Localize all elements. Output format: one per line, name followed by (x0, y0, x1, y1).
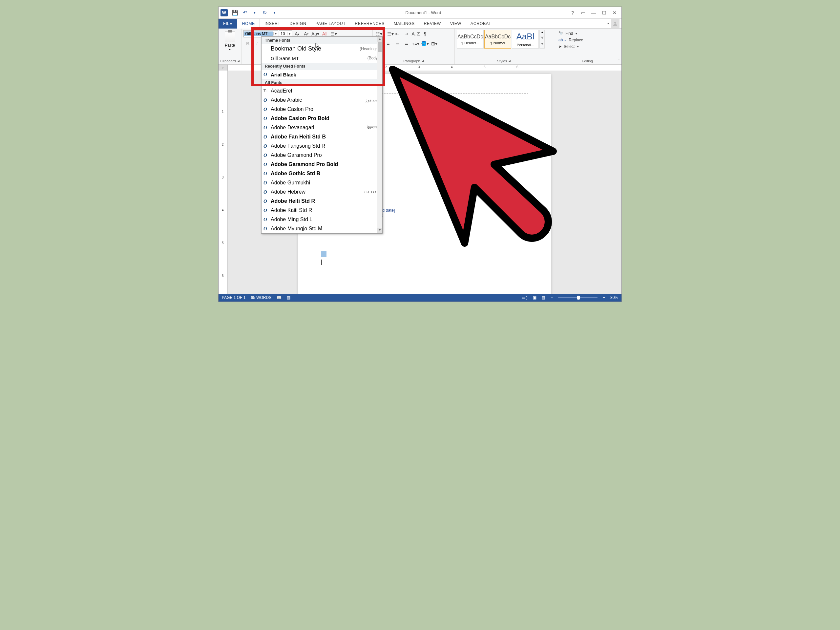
font-option[interactable]: OAdobe Hebrewאבגד הוז (262, 187, 382, 197)
collapse-ribbon-button[interactable]: ˆ (618, 58, 619, 63)
tab-acrobat[interactable]: ACROBAT (466, 19, 496, 28)
sort-button[interactable]: A↓Z (412, 30, 420, 38)
tab-file[interactable]: FILE (218, 19, 237, 28)
minimize-button[interactable]: — (589, 8, 598, 17)
tab-view[interactable]: VIEW (445, 19, 466, 28)
editing-group-label: Editing (582, 59, 593, 63)
save-button[interactable]: 💾 (231, 8, 240, 17)
font-option[interactable]: OAdobe Kaiti Std R (262, 206, 382, 215)
font-option[interactable]: OAdobe Garamond Pro (262, 151, 382, 160)
tab-mailings[interactable]: MAILINGS (389, 19, 419, 28)
tab-insert[interactable]: INSERT (260, 19, 285, 28)
style-preview: AaBbCcDc (485, 34, 510, 40)
align-right-button[interactable]: ☰ (393, 40, 402, 47)
justify-button[interactable]: ≣ (402, 40, 411, 47)
font-option[interactable]: OAdobe Devanagariदेवनागरी (262, 123, 382, 132)
opentype-icon: O (264, 144, 267, 149)
font-option[interactable]: OAdobe Heiti Std R (262, 197, 382, 206)
select-button[interactable]: ➤Select▼ (557, 44, 584, 49)
font-option[interactable]: OAdobe Ming Std L (262, 215, 382, 224)
undo-dropdown[interactable]: ▼ (250, 8, 259, 17)
style-normal[interactable]: AaBbCcDc ¶ Normal (484, 30, 511, 49)
find-button[interactable]: 🔭Find▼ (557, 30, 584, 36)
proofing-icon[interactable]: 📖 (276, 295, 281, 300)
font-option[interactable]: OAdobe Garamond Pro Bold (262, 160, 382, 169)
font-option[interactable]: OAdobe Fangsong Std R (262, 141, 382, 151)
styles-launcher[interactable]: ◢ (508, 59, 510, 63)
ribbon-display-options[interactable]: ▭ (578, 8, 588, 17)
close-button[interactable]: ✕ (609, 8, 619, 17)
font-option[interactable]: OAdobe Gothic Std B (262, 169, 382, 178)
tab-review[interactable]: REVIEW (419, 19, 445, 28)
qat-customize[interactable]: ▾ (270, 8, 279, 17)
replace-icon: ab↔ (559, 38, 567, 42)
vertical-ruler[interactable]: 1 2 3 4 5 6 (218, 71, 228, 294)
line-spacing-button[interactable]: ↕≡▾ (412, 40, 420, 47)
zoom-in-button[interactable]: + (603, 295, 605, 300)
bold-button[interactable]: B (243, 40, 252, 47)
multilevel-button[interactable]: ⋮☰▾ (384, 30, 392, 38)
zoom-level[interactable]: 80% (610, 295, 618, 300)
zoom-slider[interactable] (558, 297, 597, 298)
font-name-input[interactable] (244, 32, 273, 36)
opentype-icon: O (264, 171, 267, 177)
styles-expand[interactable]: ▾ (540, 42, 544, 48)
show-marks-button[interactable]: ¶ (421, 30, 429, 38)
paragraph-launcher[interactable]: ◢ (422, 59, 424, 63)
increase-indent-button[interactable]: ⇥ (402, 30, 411, 38)
undo-button[interactable]: ↶ (240, 8, 249, 17)
font-option-bookman[interactable]: Bookman Old Style(Headings) (262, 44, 382, 54)
font-option[interactable]: OAdobe Gurmukhi (262, 178, 382, 187)
font-size-input[interactable] (279, 32, 287, 36)
tab-home[interactable]: HOME (237, 19, 260, 28)
scroll-thumb[interactable] (378, 42, 382, 52)
web-layout-button[interactable]: ▦ (542, 295, 545, 300)
font-option-arial-black[interactable]: OArial Black (262, 70, 382, 79)
maximize-button[interactable]: ☐ (599, 8, 609, 17)
font-option[interactable]: OAdobe Arabicأبجد هوز (262, 95, 382, 105)
group-paragraph: ☷▾ ⋮☰▾ ⇤ ⇥ A↓Z ¶ ☰ ≡ ☰ ≣ ↕≡▾ 🪣▾ ⊞▾ Para (373, 28, 455, 64)
borders-button[interactable]: ⊞▾ (430, 40, 438, 47)
opentype-icon: O (264, 98, 267, 103)
style-header[interactable]: AaBbCcDc ¶ Header... (457, 30, 484, 49)
word-count[interactable]: 65 WORDS (251, 295, 272, 300)
font-name-label: Adobe Gurmukhi (271, 180, 310, 186)
tab-design[interactable]: DESIGN (285, 19, 311, 28)
help-button[interactable]: ? (568, 8, 578, 17)
zoom-out-button[interactable]: − (551, 295, 553, 300)
font-option[interactable]: OAdobe Caslon Pro Bold (262, 114, 382, 123)
read-mode-button[interactable]: ▭▯ (522, 295, 527, 300)
align-center-button[interactable]: ≡ (384, 40, 392, 47)
paste-button[interactable]: Paste ▼ (223, 30, 237, 52)
styles-gallery[interactable]: AaBbCcDc ¶ Header... AaBbCcDc ¶ Normal A… (457, 30, 545, 49)
shading-button[interactable]: 🪣▾ (421, 40, 429, 47)
tab-references[interactable]: REFERENCES (350, 19, 389, 28)
page-indicator[interactable]: PAGE 1 OF 1 (222, 295, 245, 300)
dropdown-scrollbar[interactable]: ▴ ▾ (377, 37, 382, 233)
ribbon-menu-icon[interactable]: ▾ (607, 22, 609, 25)
font-option[interactable]: ꚌᴛAcadEref (262, 86, 382, 95)
macro-icon[interactable]: ▦ (287, 295, 291, 300)
ruler-corner: ⌐ (218, 65, 228, 71)
styles-scroll-up[interactable]: ▴ (540, 30, 544, 36)
font-option[interactable]: OAdobe Caslon Pro (262, 105, 382, 114)
print-layout-button[interactable]: ▣ (533, 295, 537, 300)
font-option-gill-sans[interactable]: Gill Sans MT(Body) (262, 54, 382, 63)
font-option[interactable]: OAdobe Fan Heiti Std B (262, 132, 382, 141)
redo-button[interactable]: ↻ (260, 8, 269, 17)
user-avatar[interactable] (611, 19, 619, 28)
replace-button[interactable]: ab↔Replace (557, 37, 584, 43)
scroll-down-button[interactable]: ▾ (377, 228, 382, 233)
font-dropdown-list[interactable]: Theme Fonts Bookman Old Style(Headings) … (261, 36, 382, 234)
font-size-dropdown-button[interactable]: ▼ (287, 32, 292, 35)
clipboard-launcher[interactable]: ◢ (237, 59, 240, 63)
decrease-indent-button[interactable]: ⇤ (393, 30, 402, 38)
italic-button[interactable]: I (253, 40, 261, 47)
scroll-up-button[interactable]: ▴ (377, 37, 382, 42)
style-personal[interactable]: AaBl Personal... (512, 30, 539, 49)
font-option[interactable]: OAdobe Myungjo Std M (262, 224, 382, 233)
dropdown-section-theme: Theme Fonts (262, 37, 382, 44)
styles-scroll-down[interactable]: ▾ (540, 36, 544, 42)
tab-page-layout[interactable]: PAGE LAYOUT (311, 19, 350, 28)
font-name-dropdown-button[interactable]: ▼ (273, 32, 278, 35)
